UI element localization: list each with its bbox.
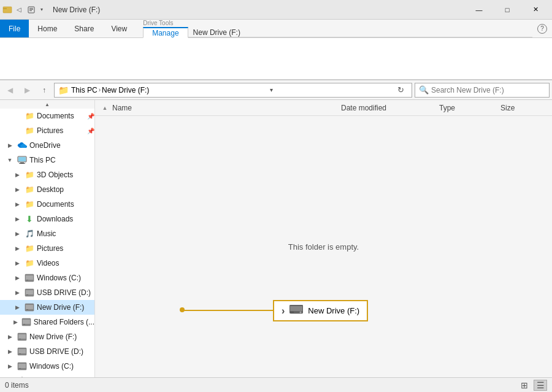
downloads-icon: ⬇ <box>25 214 34 224</box>
view-details-button[interactable]: ☰ <box>534 380 547 391</box>
svg-rect-20 <box>23 320 30 324</box>
expand-icon: ▶ <box>12 244 22 253</box>
expand-icon: ▶ <box>12 185 22 194</box>
address-path[interactable]: 📁 This PC › New Drive (F:) ▾ ↻ <box>54 83 412 98</box>
qat-dropdown-btn[interactable]: ▾ <box>38 4 45 15</box>
svg-rect-7 <box>18 157 26 161</box>
expand-icon: ▶ <box>5 361 15 371</box>
search-icon: 🔍 <box>419 85 429 94</box>
minimize-button[interactable]: — <box>465 0 493 20</box>
sidebar-item-new-drive-f-2[interactable]: ▶ New Drive (F:) <box>0 329 94 344</box>
music-icon: 🎵 <box>25 229 34 239</box>
content-area: ▲ Name Date modified Type Size This fold… <box>95 100 552 377</box>
sidebar-item-shared-folders[interactable]: ▶ Shared Folders (... <box>0 315 94 329</box>
close-button[interactable]: ✕ <box>521 0 550 20</box>
view-icons-button[interactable]: ⊞ <box>518 380 531 391</box>
sidebar-item-documents[interactable]: ▶ 📁 Documents <box>0 197 94 212</box>
sidebar-item-3d-objects[interactable]: ▶ 📁 3D Objects <box>0 167 94 182</box>
svg-rect-27 <box>19 353 21 354</box>
sidebar-item-music[interactable]: ▶ 🎵 Music <box>0 226 94 241</box>
back-button[interactable]: ◀ <box>2 83 17 98</box>
expand-icon <box>12 111 22 121</box>
maximize-button[interactable]: □ <box>493 0 521 20</box>
sidebar-item-usb-d-2[interactable]: ▶ USB DRIVE (D:) <box>0 344 94 359</box>
title-bar-icons: ◁ ▾ <box>2 4 45 15</box>
tooltip-callout: › New Drive (F:) <box>273 300 368 321</box>
callout-wrapper: › New Drive (F:) <box>273 300 368 321</box>
svg-rect-3 <box>29 8 33 9</box>
ribbon-content-area <box>0 38 552 80</box>
path-chevron-1: › <box>99 86 101 93</box>
drive-f2-icon <box>17 332 27 342</box>
sidebar-item-usb-d[interactable]: ▶ USB DRIVE (D:) <box>0 285 94 300</box>
path-segment-root: This PC › New Drive (F:) <box>71 86 149 94</box>
svg-rect-30 <box>19 368 21 369</box>
content-files: This folder is empty. › <box>95 116 552 377</box>
expand-icon: ▶ <box>12 317 19 327</box>
sidebar-item-network[interactable]: ▶ Network <box>0 374 94 377</box>
qat-properties-btn[interactable] <box>26 4 37 15</box>
path-dropdown-btn[interactable]: ▾ <box>264 83 278 98</box>
column-headers: ▲ Name Date modified Type Size <box>95 100 552 116</box>
svg-point-39 <box>300 312 302 313</box>
svg-rect-12 <box>26 280 28 280</box>
network-icon <box>17 376 27 377</box>
search-box[interactable]: 🔍 <box>415 83 550 98</box>
sidebar-item-windows-c-2[interactable]: ▶ Windows (C:) <box>0 359 94 374</box>
help-button[interactable]: ? <box>532 20 552 37</box>
svg-rect-9 <box>19 163 25 164</box>
svg-rect-24 <box>19 339 21 339</box>
qat-back-btn[interactable]: ◁ <box>13 4 25 15</box>
sidebar-item-documents-pin[interactable]: 📁 Documents 📌 <box>0 109 94 123</box>
pin-icon: 📌 <box>87 128 94 134</box>
up-button[interactable]: ↑ <box>37 83 52 98</box>
tab-home[interactable]: Home <box>29 20 66 37</box>
folder-3d-icon: 📁 <box>25 170 34 180</box>
sidebar-item-desktop[interactable]: ▶ 📁 Desktop <box>0 182 94 197</box>
col-header-size[interactable]: Size <box>498 104 547 112</box>
sidebar-scroll-up[interactable]: ▲ <box>0 100 94 109</box>
empty-message: This folder is empty. <box>288 242 359 252</box>
col-header-date[interactable]: Date modified <box>339 104 437 112</box>
tab-view[interactable]: View <box>102 20 136 37</box>
callout-drive-icon <box>289 305 303 317</box>
videos-icon: 📁 <box>25 258 34 268</box>
expand-icon: ▶ <box>5 347 15 356</box>
svg-rect-0 <box>3 7 12 13</box>
sidebar-item-videos[interactable]: ▶ 📁 Videos <box>0 256 94 271</box>
sidebar-item-pictures[interactable]: ▶ 📁 Pictures <box>0 241 94 256</box>
title-bar-controls: — □ ✕ <box>465 0 550 20</box>
item-count: 0 items <box>5 381 29 390</box>
sidebar-item-downloads[interactable]: ▶ ⬇ Downloads <box>0 212 94 226</box>
expand-icon: ▶ <box>5 140 15 150</box>
tab-manage[interactable]: Manage <box>143 27 188 38</box>
expand-icon: ▼ <box>5 155 15 165</box>
ribbon-new-drive-label: New Drive (F:) <box>193 28 240 37</box>
tab-file[interactable]: File <box>0 20 29 37</box>
address-bar: ◀ ▶ ↑ 📁 This PC › New Drive (F:) ▾ ↻ 🔍 <box>0 80 552 100</box>
documents-icon: 📁 <box>25 199 34 209</box>
svg-rect-29 <box>18 364 26 368</box>
sidebar-item-this-pc[interactable]: ▼ This PC <box>0 153 94 167</box>
col-header-name[interactable]: Name <box>110 104 339 112</box>
expand-icon: ▶ <box>12 258 22 268</box>
status-bar: 0 items ⊞ ☰ <box>0 377 552 392</box>
expand-icon: ▶ <box>5 376 15 377</box>
search-input[interactable] <box>431 86 545 94</box>
svg-rect-23 <box>18 334 26 339</box>
sidebar-item-pictures-pin[interactable]: 📁 Pictures 📌 <box>0 123 94 138</box>
usb-d2-icon <box>17 347 27 356</box>
sidebar-item-onedrive[interactable]: ▶ OneDrive <box>0 138 94 153</box>
col-header-type[interactable]: Type <box>437 104 498 112</box>
sidebar-item-new-drive-f[interactable]: ▶ New Drive (F:) <box>0 300 94 315</box>
help-icon: ? <box>537 24 547 34</box>
window-title: New Drive (F:) <box>53 6 100 14</box>
sidebar-item-windows-c[interactable]: ▶ Windows (C:) <box>0 271 94 285</box>
tab-share[interactable]: Share <box>66 20 102 37</box>
path-new-drive: New Drive (F:) <box>102 86 149 94</box>
expand-icon: ▶ <box>5 332 15 342</box>
refresh-button[interactable]: ↻ <box>393 83 408 98</box>
forward-button[interactable]: ▶ <box>20 83 34 98</box>
svg-rect-37 <box>290 306 302 311</box>
svg-rect-15 <box>26 294 28 295</box>
